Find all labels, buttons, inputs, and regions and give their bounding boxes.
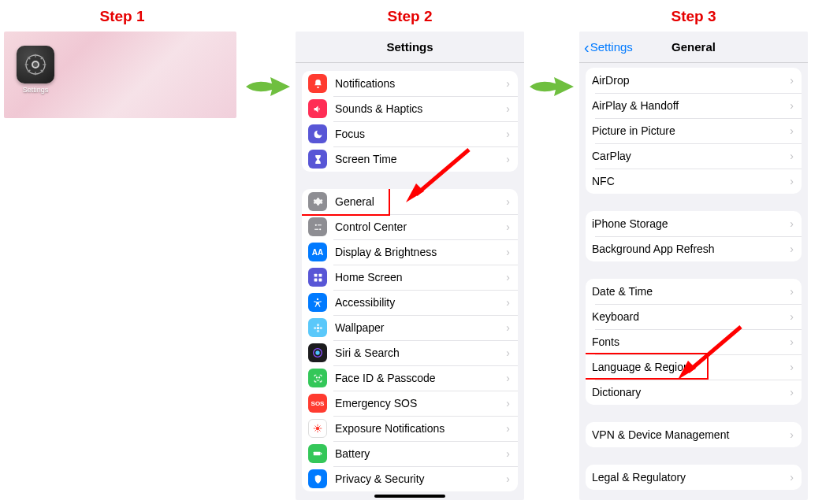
general-group-3: Date & Time › Keyboard › Fonts › Languag… <box>586 279 802 405</box>
row-carplay[interactable]: CarPlay › <box>586 143 802 169</box>
row-label: Focus <box>335 128 506 140</box>
row-fonts[interactable]: Fonts › <box>586 329 802 354</box>
general-group-4: VPN & Device Management › <box>586 422 802 447</box>
chevron-right-icon: › <box>506 102 510 115</box>
row-wallpaper[interactable]: Wallpaper › <box>302 315 518 340</box>
chevron-right-icon: › <box>790 74 794 87</box>
general-group-5: Legal & Regulatory › <box>586 465 802 490</box>
back-label: Settings <box>590 40 633 54</box>
row-dictionary[interactable]: Dictionary › <box>586 380 802 405</box>
settings-app[interactable]: Settings <box>13 46 58 94</box>
row-label: VPN & Device Management <box>592 428 790 441</box>
row-background-refresh[interactable]: Background App Refresh › <box>586 236 802 261</box>
row-label: Siri & Search <box>335 346 506 359</box>
svg-rect-17 <box>318 278 322 281</box>
text-size-icon: AA <box>308 243 327 261</box>
row-privacy[interactable]: Privacy & Security › <box>302 466 518 491</box>
settings-header: Settings <box>296 32 524 63</box>
row-label: Picture in Picture <box>592 124 790 137</box>
row-label: Emergency SOS <box>335 397 506 410</box>
row-label: Sounds & Haptics <box>335 102 506 115</box>
svg-rect-16 <box>314 278 317 281</box>
chevron-right-icon: › <box>506 195 510 208</box>
svg-rect-37 <box>314 452 321 456</box>
row-battery[interactable]: Battery › <box>302 441 518 466</box>
home-indicator[interactable] <box>374 495 445 498</box>
chevron-right-icon: › <box>506 296 510 309</box>
row-label: Accessibility <box>335 296 506 309</box>
row-airplay[interactable]: AirPlay & Handoff › <box>586 93 802 118</box>
svg-line-35 <box>315 430 316 431</box>
row-label: AirPlay & Handoff <box>592 99 790 112</box>
step2-label: Step 2 <box>296 8 524 25</box>
row-vpn[interactable]: VPN & Device Management › <box>586 422 802 447</box>
chevron-right-icon: › <box>506 321 510 334</box>
svg-rect-14 <box>314 273 317 276</box>
row-general[interactable]: General › <box>302 189 518 214</box>
row-label: Fonts <box>592 335 790 348</box>
row-sos[interactable]: SOS Emergency SOS › <box>302 391 518 416</box>
row-exposure[interactable]: Exposure Notifications › <box>302 416 518 441</box>
svg-point-21 <box>316 329 318 332</box>
general-group-1: AirDrop › AirPlay & Handoff › Picture in… <box>586 68 802 194</box>
accessibility-icon <box>308 293 327 312</box>
chevron-right-icon: › <box>790 217 794 230</box>
settings-app-icon <box>17 46 54 83</box>
gear-icon <box>308 192 327 211</box>
row-label: Display & Brightness <box>335 246 506 258</box>
chevron-right-icon: › <box>506 271 510 284</box>
row-datetime[interactable]: Date & Time › <box>586 279 802 304</box>
chevron-right-icon: › <box>506 153 510 165</box>
row-pip[interactable]: Picture in Picture › <box>586 118 802 143</box>
row-label: Privacy & Security <box>335 472 506 485</box>
svg-point-19 <box>316 326 318 328</box>
svg-point-10 <box>314 224 316 225</box>
svg-point-22 <box>314 326 316 328</box>
row-label: iPhone Storage <box>592 217 790 230</box>
row-label: Face ID & Passcode <box>335 372 506 384</box>
row-sounds[interactable]: Sounds & Haptics › <box>302 96 518 121</box>
row-label: Keyboard <box>592 310 790 323</box>
row-language-region[interactable]: Language & Region › <box>586 354 802 380</box>
svg-line-36 <box>319 426 320 427</box>
row-accessibility[interactable]: Accessibility › <box>302 290 518 315</box>
row-label: General <box>335 195 506 208</box>
svg-line-33 <box>315 426 316 427</box>
chevron-right-icon: › <box>506 472 510 485</box>
row-home-screen[interactable]: Home Screen › <box>302 265 518 290</box>
bell-icon <box>308 74 327 93</box>
row-airdrop[interactable]: AirDrop › <box>586 68 802 93</box>
row-label: AirDrop <box>592 74 790 87</box>
chevron-right-icon: › <box>506 372 510 384</box>
chevron-right-icon: › <box>790 99 794 112</box>
row-display[interactable]: AA Display & Brightness › <box>302 239 518 265</box>
row-control-center[interactable]: Control Center › <box>302 214 518 239</box>
flower-icon <box>308 318 327 337</box>
row-siri[interactable]: Siri & Search › <box>302 340 518 365</box>
row-label: NFC <box>592 175 790 187</box>
row-label: CarPlay <box>592 150 790 162</box>
general-title: General <box>671 40 716 54</box>
back-button[interactable]: ‹ Settings <box>584 39 633 55</box>
chevron-right-icon: › <box>790 428 794 441</box>
chevron-right-icon: › <box>506 220 510 233</box>
svg-line-34 <box>319 430 320 431</box>
row-notifications[interactable]: Notifications › <box>302 71 518 96</box>
svg-point-27 <box>318 376 319 377</box>
chevron-right-icon: › <box>506 397 510 410</box>
general-screen: ‹ Settings General AirDrop › AirPlay & H… <box>579 32 808 500</box>
row-nfc[interactable]: NFC › <box>586 169 802 194</box>
chevron-left-icon: ‹ <box>584 39 590 55</box>
step2-column: Step 2 Settings Notifications › Sounds <box>296 8 524 500</box>
row-screentime[interactable]: Screen Time › <box>302 146 518 172</box>
svg-point-20 <box>316 324 318 326</box>
arrow-right-icon <box>528 71 575 102</box>
row-keyboard[interactable]: Keyboard › <box>586 304 802 329</box>
row-focus[interactable]: Focus › <box>302 121 518 146</box>
chevron-right-icon: › <box>790 150 794 162</box>
row-legal[interactable]: Legal & Regulatory › <box>586 465 802 490</box>
settings-group-2: General › Control Center › AA Display & … <box>302 189 518 491</box>
row-faceid[interactable]: Face ID & Passcode › <box>302 365 518 391</box>
row-storage[interactable]: iPhone Storage › <box>586 211 802 236</box>
chevron-right-icon: › <box>790 361 794 373</box>
